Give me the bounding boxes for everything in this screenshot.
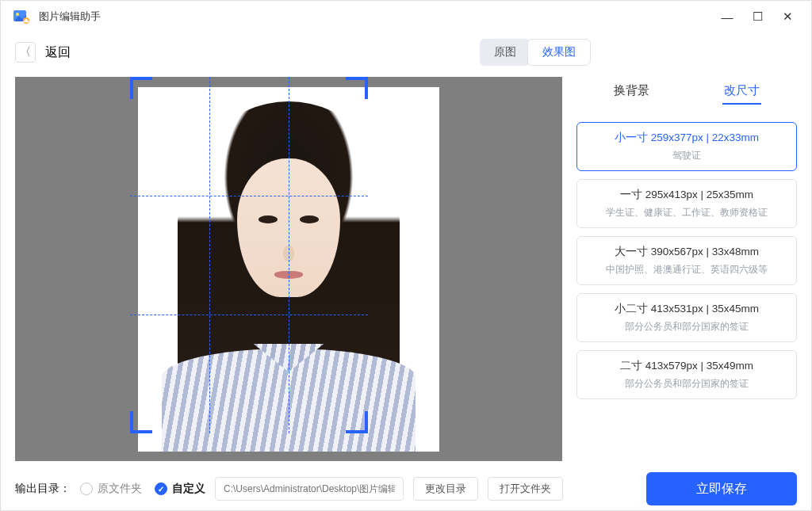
size-desc: 驾驶证 xyxy=(584,149,790,162)
radio-label: 自定义 xyxy=(172,482,205,496)
view-result-button[interactable]: 效果图 xyxy=(527,39,591,66)
crop-handle-br[interactable] xyxy=(346,411,368,433)
size-desc: 部分公务员和部分国家的签证 xyxy=(584,320,790,334)
size-option[interactable]: 小一寸 259x377px | 22x33mm 驾驶证 xyxy=(576,122,797,171)
size-option[interactable]: 大一寸 390x567px | 33x48mm 中国护照、港澳通行证、英语四六级… xyxy=(576,236,797,285)
output-radio-group: 原文件夹 自定义 xyxy=(80,482,205,496)
open-folder-button[interactable]: 打开文件夹 xyxy=(488,477,563,501)
view-original-button[interactable]: 原图 xyxy=(480,39,530,66)
window-controls: — ☐ ✕ xyxy=(714,4,800,29)
radio-label: 原文件夹 xyxy=(98,482,142,496)
svg-rect-4 xyxy=(24,21,29,22)
preview-canvas[interactable] xyxy=(15,77,562,461)
crop-grid-line xyxy=(130,196,368,196)
close-button[interactable]: ✕ xyxy=(775,4,800,29)
crop-grid-line xyxy=(209,77,210,433)
size-option[interactable]: 二寸 413x579px | 35x49mm 部分公务员和部分国家的签证 xyxy=(576,350,797,399)
maximize-button[interactable]: ☐ xyxy=(745,4,770,29)
crop-handle-tr[interactable] xyxy=(346,77,368,99)
size-title: 二寸 413x579px | 35x49mm xyxy=(584,359,790,373)
size-title: 小一寸 259x377px | 22x33mm xyxy=(584,131,790,145)
size-title: 一寸 295x413px | 25x35mm xyxy=(584,188,790,202)
svg-point-1 xyxy=(16,13,19,16)
crop-frame[interactable] xyxy=(130,77,368,433)
crop-handle-tl[interactable] xyxy=(130,77,152,99)
sidebar: 换背景 改尺寸 小一寸 259x377px | 22x33mm 驾驶证 一寸 2… xyxy=(576,77,797,461)
size-title: 大一寸 390x567px | 33x48mm xyxy=(584,245,790,259)
crop-handle-bl[interactable] xyxy=(130,411,152,433)
radio-icon xyxy=(80,482,93,495)
sidebar-tabs: 换背景 改尺寸 xyxy=(576,80,797,105)
radio-icon xyxy=(155,482,167,495)
chevron-left-icon: 〈 xyxy=(20,45,31,59)
size-option[interactable]: 一寸 295x413px | 25x35mm 学生证、健康证、工作证、教师资格证 xyxy=(576,179,797,228)
tab-change-background[interactable]: 换背景 xyxy=(606,80,657,105)
output-dir-label: 输出目录： xyxy=(15,482,71,496)
save-button[interactable]: 立即保存 xyxy=(646,472,797,505)
bottom-bar: 输出目录： 原文件夹 自定义 更改目录 打开文件夹 立即保存 xyxy=(1,461,811,511)
app-icon xyxy=(12,7,31,26)
output-path-input[interactable] xyxy=(215,477,404,501)
crop-grid-line xyxy=(289,77,289,433)
size-title: 小二寸 413x531px | 35x45mm xyxy=(584,302,790,316)
size-option[interactable]: 小二寸 413x531px | 35x45mm 部分公务员和部分国家的签证 xyxy=(576,293,797,342)
app-title: 图片编辑助手 xyxy=(39,10,101,24)
radio-custom-folder[interactable]: 自定义 xyxy=(155,482,205,496)
radio-original-folder[interactable]: 原文件夹 xyxy=(80,482,142,496)
size-desc: 中国护照、港澳通行证、英语四六级等 xyxy=(584,263,790,276)
back-label: 返回 xyxy=(45,44,71,61)
size-desc: 部分公务员和部分国家的签证 xyxy=(584,377,790,391)
view-toggle: 原图 效果图 xyxy=(480,39,591,66)
main-content: 换背景 改尺寸 小一寸 259x377px | 22x33mm 驾驶证 一寸 2… xyxy=(1,77,811,461)
top-bar: 〈 返回 原图 效果图 xyxy=(1,32,811,77)
tab-change-size[interactable]: 改尺寸 xyxy=(716,80,768,105)
size-desc: 学生证、健康证、工作证、教师资格证 xyxy=(584,206,790,219)
minimize-button[interactable]: — xyxy=(714,4,740,29)
titlebar: 图片编辑助手 — ☐ ✕ xyxy=(1,1,811,32)
back-button[interactable]: 〈 xyxy=(15,42,36,63)
change-dir-button[interactable]: 更改目录 xyxy=(413,477,478,501)
crop-grid-line xyxy=(130,315,368,315)
